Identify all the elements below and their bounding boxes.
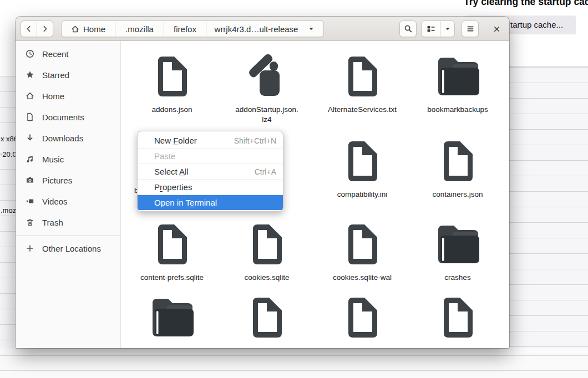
- file-item-alternateservices-txt[interactable]: AlternateServices.txt: [315, 53, 409, 115]
- file-item-favicons-sqlite[interactable]: favicons.sqlite: [410, 294, 505, 348]
- file-label: datareporting: [125, 346, 219, 348]
- menu-item-select-all[interactable]: Select AllCtrl+A: [138, 164, 283, 179]
- chevron-right-icon: [40, 24, 49, 33]
- sidebar-item-label: Pictures: [42, 176, 72, 185]
- file-item-cookies-sqlite[interactable]: cookies.sqlite: [220, 221, 314, 283]
- view-toggle: [421, 21, 455, 37]
- back-button[interactable]: [21, 21, 37, 37]
- menu-label-mnemonic: A: [179, 167, 185, 176]
- file-item-addons-json[interactable]: addons.json: [125, 53, 219, 115]
- sidebar-item-documents[interactable]: Documents: [19, 107, 118, 127]
- breadcrumb-segment-firefox[interactable]: firefox: [164, 21, 206, 37]
- menu-item-shortcut: Shift+Ctrl+N: [234, 136, 276, 145]
- sidebar-item-home[interactable]: Home: [19, 86, 118, 106]
- file-item-crashes[interactable]: crashes: [410, 221, 505, 283]
- file-item-bookmarkbackups[interactable]: bookmarkbackups: [410, 53, 505, 115]
- background-heading: Try clearing the startup cac: [464, 0, 588, 8]
- file-item-extensions-json[interactable]: extensions.json: [315, 294, 409, 348]
- sidebar-item-label: Trash: [42, 218, 63, 227]
- starred-icon: [26, 70, 34, 79]
- search-icon: [404, 24, 413, 33]
- view-options-button[interactable]: [440, 21, 454, 37]
- menu-item-paste: Paste: [138, 148, 283, 164]
- document-icon: [434, 294, 481, 344]
- file-label: addons.json: [125, 105, 219, 115]
- menu-item-open-in-terminal[interactable]: Open in Terminal: [138, 195, 283, 210]
- hamburger-icon: [466, 24, 475, 33]
- menu-item-label: Properties: [154, 182, 192, 192]
- menu-label-post: rminal: [194, 198, 217, 207]
- file-label: cookies.sqlite-wal: [315, 273, 409, 283]
- sidebar-item-label: Starred: [42, 70, 69, 80]
- background-text-fragment: .moz: [1, 206, 16, 214]
- breadcrumb-label: firefox: [174, 24, 196, 34]
- chevron-down-icon: [307, 25, 315, 33]
- sidebar-item-label: Home: [42, 91, 64, 101]
- document-icon: [148, 53, 196, 103]
- sidebar-item-label: Recent: [42, 49, 69, 59]
- close-button[interactable]: [489, 22, 504, 37]
- file-item-cookies-sqlite-wal[interactable]: cookies.sqlite-wal: [315, 221, 409, 283]
- forward-button[interactable]: [37, 21, 53, 37]
- breadcrumb-segment-mozilla[interactable]: .mozilla: [115, 21, 164, 37]
- archive-icon: [243, 53, 291, 103]
- sidebar-item-downloads[interactable]: Downloads: [19, 128, 118, 148]
- file-item-datareporting[interactable]: datareporting: [125, 294, 219, 348]
- breadcrumb-segment-wrrjk4r3-d-ult-release[interactable]: wrrjk4r3.d…ult-release: [206, 21, 323, 37]
- videos-icon: [26, 197, 34, 206]
- breadcrumb: Home.mozillafirefoxwrrjk4r3.d…ult-releas…: [61, 21, 324, 37]
- sidebar-item-recent[interactable]: Recent: [19, 44, 118, 64]
- trash-icon: [26, 218, 34, 227]
- file-item-compatibility-ini[interactable]: compatibility.ini: [315, 137, 409, 200]
- sidebar-item-starred[interactable]: Starred: [19, 65, 118, 85]
- sidebar-item-music[interactable]: Music: [19, 149, 118, 169]
- menu-item-new-folder[interactable]: New FolderShift+Ctrl+N: [138, 133, 283, 148]
- menu-label-mnemonic: F: [173, 136, 178, 145]
- document-icon: [338, 53, 386, 103]
- sidebar-item-label: Videos: [42, 197, 68, 206]
- document-icon: [338, 137, 386, 187]
- background-divider: [0, 370, 588, 371]
- folder-icon: [148, 294, 196, 344]
- icon-view-button[interactable]: [422, 21, 440, 37]
- sidebar-item-other-locations[interactable]: Other Locations: [19, 238, 118, 258]
- sidebar-item-videos[interactable]: Videos: [19, 191, 118, 211]
- menu-label-post: older: [178, 136, 196, 145]
- folder-icon: [434, 221, 481, 270]
- search-button[interactable]: [399, 21, 417, 37]
- menu-label-pre: Select: [154, 167, 179, 176]
- downloads-icon: [26, 134, 34, 142]
- file-label: addonStartup.json. lz4: [220, 105, 314, 124]
- file-label: containers.json: [410, 190, 505, 200]
- home-icon: [71, 25, 79, 33]
- sidebar-item-label: Music: [42, 155, 64, 164]
- breadcrumb-label: wrrjk4r3.d…ult-release: [215, 24, 298, 34]
- file-item-extension[interactable]: extension: [220, 294, 314, 348]
- sidebar-item-pictures[interactable]: Pictures: [19, 170, 118, 190]
- file-item-content-prefs-sqlite[interactable]: content-prefs.sqlite: [125, 221, 219, 283]
- sidebar-separator: [16, 235, 120, 236]
- menu-item-label: New Folder: [154, 136, 197, 145]
- chevron-left-icon: [24, 24, 33, 33]
- background-bottom-rows: [0, 348, 588, 378]
- file-item-containers-json[interactable]: containers.json: [410, 137, 505, 200]
- file-label: cookies.sqlite: [220, 273, 314, 283]
- sidebar-item-label: Documents: [42, 113, 84, 122]
- menu-label-post: ll: [185, 167, 189, 176]
- background-suggestion-label: tartup cache...: [510, 20, 563, 29]
- menu-item-properties[interactable]: Properties: [138, 179, 283, 195]
- sidebar-item-label: Other Locations: [42, 244, 101, 253]
- chevron-down-icon: [444, 25, 452, 33]
- close-icon: [493, 25, 501, 33]
- pictures-icon: [26, 176, 34, 185]
- sidebar-item-trash[interactable]: Trash: [19, 212, 118, 232]
- file-item-addonstartup-json[interactable]: addonStartup.json. lz4: [220, 53, 314, 124]
- nav-buttons: [21, 21, 53, 37]
- menu-label-pre: New: [154, 136, 173, 145]
- breadcrumb-segment-home[interactable]: Home: [62, 21, 115, 37]
- menu-button[interactable]: [462, 21, 479, 37]
- documents-icon: [26, 113, 34, 121]
- menu-item-label: Select All: [154, 167, 189, 176]
- context-menu: New FolderShift+Ctrl+NPasteSelect AllCtr…: [137, 131, 283, 212]
- breadcrumb-label: Home: [83, 24, 105, 34]
